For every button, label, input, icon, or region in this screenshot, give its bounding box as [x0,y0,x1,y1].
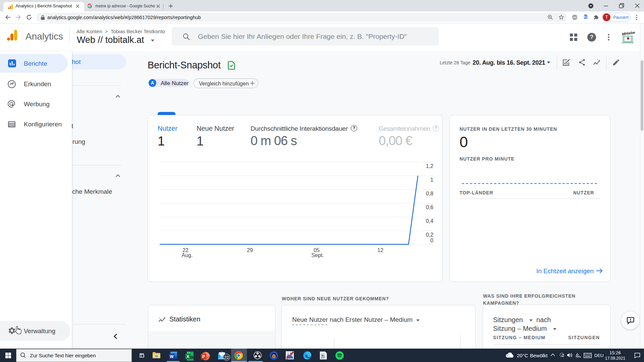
svg-text:X: X [186,354,189,359]
svg-text:Aug.: Aug. [182,252,193,258]
svg-text:Sept.: Sept. [311,252,324,258]
svg-text:1,2: 1,2 [426,163,433,169]
svg-text:0,2: 0,2 [426,232,433,238]
svg-text:0,8: 0,8 [426,191,433,196]
svg-text:0,4: 0,4 [426,218,433,224]
svg-text:W: W [170,354,174,359]
svg-text:1: 1 [430,177,433,183]
svg-text:P: P [202,354,205,359]
svg-text:ABP: ABP [573,16,577,18]
svg-text:29: 29 [247,247,253,253]
svg-text:0,6: 0,6 [426,204,433,210]
svg-text:0: 0 [430,238,433,243]
svg-text:12: 12 [377,247,383,253]
